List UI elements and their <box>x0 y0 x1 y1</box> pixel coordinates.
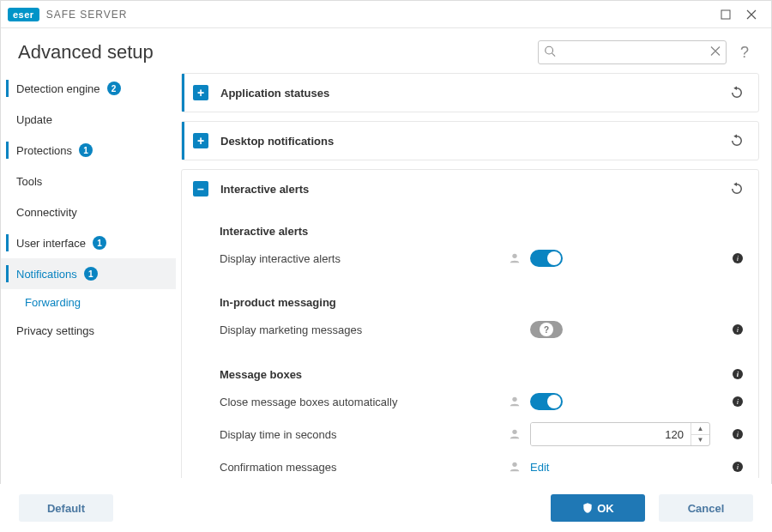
svg-point-12 <box>512 430 516 434</box>
sidebar-item-label: Forwarding <box>25 296 81 309</box>
svg-point-15 <box>512 462 516 467</box>
sidebar-item-tools[interactable]: Tools <box>1 166 176 196</box>
sidebar-item-label: Connectivity <box>16 206 77 219</box>
section-header-desktop-notifications[interactable]: + Desktop notifications <box>182 122 758 160</box>
section-title: Application statuses <box>220 87 729 100</box>
info-button[interactable]: i <box>731 460 745 474</box>
svg-point-2 <box>512 254 516 258</box>
expand-icon: + <box>193 133 208 148</box>
reset-section-button[interactable] <box>729 85 745 100</box>
maximize-icon <box>721 9 731 20</box>
info-button[interactable]: i <box>731 251 745 265</box>
undo-icon <box>729 181 745 196</box>
edit-confirmation-messages-link[interactable]: Edit <box>530 461 549 474</box>
cancel-button[interactable]: Cancel <box>659 494 753 522</box>
sidebar-item-label: Tools <box>16 175 42 188</box>
info-button[interactable]: i <box>731 395 745 408</box>
setting-close-message-boxes-automatically: Close message boxes automatically i <box>220 388 745 415</box>
sidebar-badge: 1 <box>79 143 93 157</box>
svg-point-9 <box>512 397 516 402</box>
setting-label: Confirmation messages <box>220 461 508 474</box>
sidebar: Detection engine 2 Update Protections 1 … <box>1 73 181 478</box>
main-content: + Application statuses + Desktop notific… <box>181 73 759 478</box>
section-header-application-statuses[interactable]: + Application statuses <box>182 74 758 112</box>
page-title: Advanced setup <box>18 41 154 63</box>
managed-by-admin-icon <box>508 251 522 265</box>
svg-point-1 <box>546 46 553 54</box>
sidebar-badge: 1 <box>93 236 106 250</box>
search-clear-button[interactable] <box>710 46 721 59</box>
setting-label: Close message boxes automatically <box>220 396 508 408</box>
sidebar-item-forwarding[interactable]: Forwarding <box>1 289 176 315</box>
sidebar-badge: 2 <box>107 82 121 95</box>
setting-label: Display time in seconds <box>220 428 508 441</box>
window-close-button[interactable] <box>739 3 764 27</box>
display-time-stepper[interactable]: ▲ ▼ <box>530 422 710 446</box>
sidebar-item-update[interactable]: Update <box>1 104 176 135</box>
sidebar-item-label: Detection engine <box>16 82 100 95</box>
sidebar-item-user-interface[interactable]: User interface 1 <box>1 227 176 258</box>
managed-by-admin-icon <box>508 395 522 408</box>
sidebar-item-connectivity[interactable]: Connectivity <box>1 196 176 227</box>
toggle-display-marketing-messages[interactable]: ? <box>530 321 563 338</box>
undo-icon <box>729 85 745 100</box>
setting-display-interactive-alerts: Display interactive alerts i <box>220 245 745 272</box>
display-time-input[interactable] <box>531 423 691 445</box>
setting-display-time-in-seconds: Display time in seconds ▲ ▼ <box>220 420 745 448</box>
section-desktop-notifications: + Desktop notifications <box>181 121 759 160</box>
sidebar-item-protections[interactable]: Protections 1 <box>1 135 176 166</box>
sidebar-item-label: Privacy settings <box>16 324 94 337</box>
group-heading-interactive-alerts: Interactive alerts <box>220 225 745 238</box>
expand-icon: + <box>193 85 208 100</box>
sidebar-item-notifications[interactable]: Notifications 1 <box>1 258 176 289</box>
sidebar-badge: 1 <box>84 267 98 281</box>
section-title: Interactive alerts <box>220 183 729 196</box>
ok-button[interactable]: OK <box>551 494 645 522</box>
setting-confirmation-messages: Confirmation messages Edit i <box>220 453 745 478</box>
search-icon <box>544 45 556 60</box>
help-button[interactable]: ? <box>735 44 754 62</box>
setting-label: Display interactive alerts <box>220 252 508 265</box>
reset-section-button[interactable] <box>729 181 745 196</box>
sidebar-item-label: Update <box>16 113 52 126</box>
stepper-down-button[interactable]: ▼ <box>691 435 709 446</box>
section-title: Desktop notifications <box>220 135 729 148</box>
group-heading-in-product-messaging: In-product messaging <box>220 296 745 309</box>
sidebar-item-label: Protections <box>16 144 72 157</box>
window-maximize-button[interactable] <box>713 3 739 27</box>
group-heading-message-boxes: Message boxes i <box>220 367 745 381</box>
info-button[interactable]: i <box>731 367 745 381</box>
search-field-wrap <box>538 40 727 64</box>
toggle-display-interactive-alerts[interactable] <box>530 250 563 267</box>
sidebar-item-detection-engine[interactable]: Detection engine 2 <box>1 73 176 104</box>
stepper-up-button[interactable]: ▲ <box>691 423 709 435</box>
close-icon <box>746 9 757 20</box>
svg-rect-0 <box>721 10 730 19</box>
shield-icon <box>582 502 594 514</box>
section-interactive-alerts: – Interactive alerts Interactive alerts … <box>181 169 759 478</box>
undo-icon <box>729 133 745 148</box>
brand-logo: eser <box>8 8 39 21</box>
setting-label: Display marketing messages <box>220 323 508 336</box>
section-header-interactive-alerts[interactable]: – Interactive alerts <box>182 170 758 208</box>
sidebar-item-label: User interface <box>16 237 86 250</box>
info-button[interactable]: i <box>731 427 745 441</box>
collapse-icon: – <box>193 181 208 196</box>
sidebar-item-privacy-settings[interactable]: Privacy settings <box>1 315 176 346</box>
managed-by-admin-icon <box>508 427 522 441</box>
toggle-close-message-boxes[interactable] <box>530 393 563 410</box>
managed-by-admin-icon <box>508 460 522 474</box>
sidebar-item-label: Notifications <box>16 268 77 281</box>
default-button[interactable]: Default <box>19 494 113 522</box>
info-button[interactable]: i <box>731 323 745 336</box>
section-application-statuses: + Application statuses <box>181 73 759 112</box>
reset-section-button[interactable] <box>729 133 745 148</box>
search-input[interactable] <box>538 40 727 64</box>
brand-product-name: SAFE SERVER <box>46 9 128 21</box>
setting-display-marketing-messages: Display marketing messages ? i <box>220 316 745 343</box>
